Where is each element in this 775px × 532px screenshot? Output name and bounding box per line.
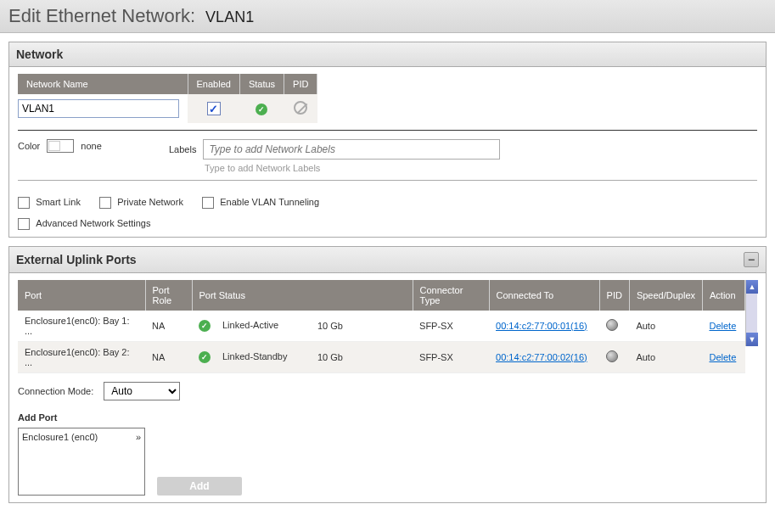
col-network-name: Network Name — [18, 74, 188, 94]
uplink-panel: External Uplink Ports − Port Port Role P… — [8, 246, 767, 503]
advanced-settings-checkbox[interactable] — [18, 218, 30, 230]
collapse-button[interactable]: − — [744, 252, 759, 267]
connection-mode-select[interactable]: Auto — [104, 382, 180, 400]
col-speed-duplex: Speed/Duplex — [629, 280, 702, 311]
network-name-input[interactable] — [18, 99, 179, 118]
connection-mode-label: Connection Mode: — [18, 386, 93, 396]
cell-action: Delete — [703, 311, 745, 342]
network-panel-header: Network — [9, 42, 766, 67]
status-ok-icon — [256, 104, 267, 115]
cell-connected-to: 00:14:c2:77:00:01(16) — [489, 311, 599, 342]
cell-port: Enclosure1(enc0): Bay 2: ... — [18, 341, 145, 372]
connected-to-link[interactable]: 00:14:c2:77:00:02(16) — [496, 352, 587, 362]
connected-to-link[interactable]: 00:14:c2:77:00:01(16) — [496, 321, 587, 331]
col-connected-to: Connected To — [489, 280, 599, 311]
cell-port: Enclosure1(enc0): Bay 1: ... — [18, 311, 145, 342]
network-name-title: VLAN1 — [205, 8, 254, 26]
status-ok-icon — [199, 320, 211, 332]
smart-link-checkbox[interactable] — [18, 197, 30, 209]
smart-link-option[interactable]: Smart Link — [18, 196, 81, 209]
labels-input[interactable] — [203, 139, 500, 160]
uplink-row: Enclosure1(enc0): Bay 2: ...NALinked-Sta… — [18, 341, 745, 372]
uplink-scrollbar[interactable]: ▲ ▼ — [745, 280, 757, 346]
cell-connected-to: 00:14:c2:77:00:02(16) — [489, 341, 599, 372]
cell-connector: SFP-SX — [413, 341, 489, 372]
cell-speed: 10 Gb — [311, 311, 413, 342]
cell-speed-duplex: Auto — [629, 341, 702, 372]
add-button[interactable]: Add — [157, 477, 242, 496]
expand-icon: » — [136, 432, 141, 491]
add-port-label: Add Port — [18, 412, 757, 423]
page-title: Edit Ethernet Network: — [8, 5, 195, 27]
network-row — [18, 94, 317, 123]
cell-speed-duplex: Auto — [629, 311, 702, 342]
col-status: Status — [239, 74, 284, 94]
uplink-table: Port Port Role Port Status Connector Typ… — [18, 280, 745, 373]
scroll-down-icon[interactable]: ▼ — [746, 333, 758, 346]
uplink-panel-title: External Uplink Ports — [16, 253, 137, 266]
vlan-tunnel-option[interactable]: Enable VLAN Tunneling — [202, 196, 319, 209]
pid-dot-icon — [606, 319, 618, 331]
private-network-option[interactable]: Private Network — [99, 196, 183, 209]
cell-speed: 10 Gb — [311, 341, 413, 372]
cell-connector: SFP-SX — [413, 311, 489, 342]
labels-hint: Type to add Network Labels — [205, 163, 500, 173]
enclosure-item[interactable]: Enclosure1 (enc0) — [22, 432, 98, 491]
private-network-checkbox[interactable] — [99, 197, 111, 209]
network-panel-title: Network — [16, 48, 63, 61]
cell-action: Delete — [703, 341, 745, 372]
col-port-status: Port Status — [192, 280, 413, 311]
cell-role: NA — [145, 311, 192, 342]
delete-link[interactable]: Delete — [710, 352, 737, 362]
col-connector-type: Connector Type — [413, 280, 489, 311]
network-table: Network Name Enabled Status PID — [18, 74, 317, 123]
scroll-up-icon[interactable]: ▲ — [746, 280, 758, 294]
enabled-checkbox[interactable] — [207, 102, 221, 115]
pid-disabled-icon — [294, 101, 307, 115]
advanced-settings-option[interactable]: Advanced Network Settings — [18, 217, 150, 229]
color-picker[interactable] — [47, 139, 74, 153]
color-label: Color — [18, 141, 40, 151]
delete-link[interactable]: Delete — [710, 321, 737, 331]
uplink-row: Enclosure1(enc0): Bay 1: ...NALinked-Act… — [18, 311, 745, 342]
col-port: Port — [18, 280, 145, 311]
col-pid: PID — [284, 74, 317, 94]
enclosure-listbox[interactable]: Enclosure1 (enc0) » — [18, 428, 145, 496]
status-ok-icon — [199, 351, 211, 363]
col-enabled: Enabled — [188, 74, 239, 94]
cell-status: Linked-Active — [192, 311, 311, 342]
vlan-tunnel-checkbox[interactable] — [202, 197, 214, 209]
pid-dot-icon — [606, 350, 618, 362]
col-pid: PID — [599, 280, 629, 311]
color-value: none — [81, 141, 101, 151]
col-port-role: Port Role — [145, 280, 192, 311]
cell-pid — [599, 341, 629, 372]
cell-pid — [599, 311, 629, 342]
uplink-panel-header: External Uplink Ports − — [9, 247, 766, 273]
cell-role: NA — [145, 341, 192, 372]
network-panel: Network Network Name Enabled Status PID — [8, 42, 767, 238]
col-action: Action — [703, 280, 745, 311]
cell-status: Linked-Standby — [192, 341, 311, 372]
title-bar: Edit Ethernet Network: VLAN1 — [0, 0, 775, 33]
labels-label: Labels — [169, 144, 196, 154]
